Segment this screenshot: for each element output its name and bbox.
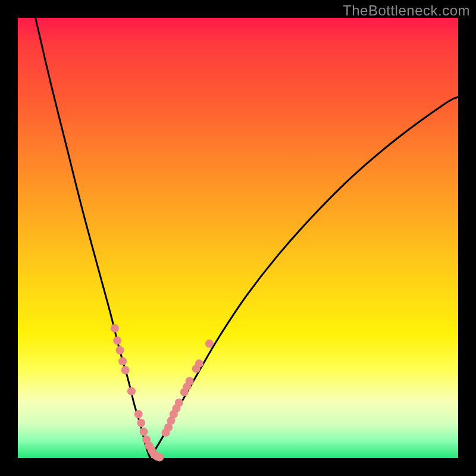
watermark-text: TheBottleneck.com [343,2,470,19]
dot-highlight-dot-isolated [205,340,214,348]
chart-svg [18,18,458,458]
dot-highlight-dots-left [113,336,121,345]
plot-area [18,18,458,458]
dot-highlight-dots-left [137,419,145,427]
dot-highlight-dots-left [111,324,119,333]
dot-highlight-dots-left [121,366,130,374]
dot-highlight-dots-left [127,387,136,396]
dot-highlight-dots-left [134,410,143,418]
dot-highlight-dots-left [118,357,127,365]
dot-highlight-dots-left [140,428,148,436]
dots-layer [111,324,214,462]
dot-highlight-dots-left [116,346,124,355]
dot-highlight-dots-right [195,359,203,368]
curve-layer [36,18,458,458]
dot-highlight-dots-right [175,399,183,407]
curve-right-branch [150,97,458,458]
dot-highlight-dots-right [186,377,194,386]
dot-highlight-dots-left [155,453,164,462]
chart-frame: TheBottleneck.com [0,0,476,476]
